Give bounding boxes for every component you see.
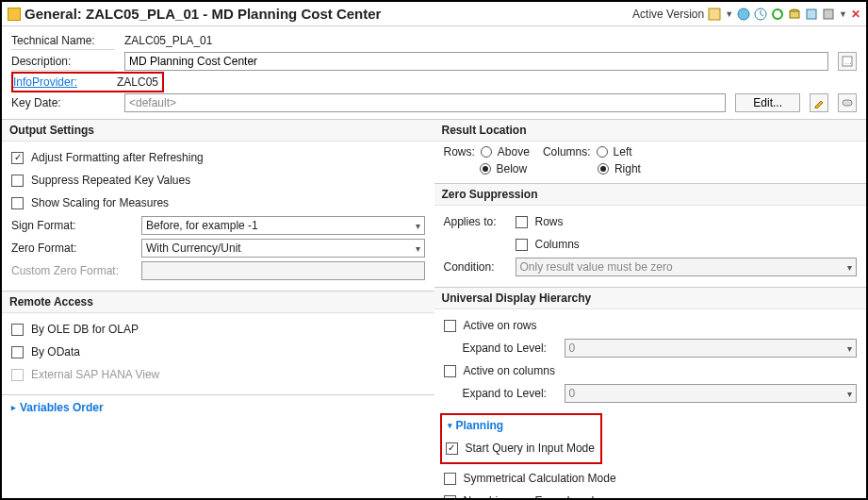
dropdown-icon-2[interactable]: ▼ xyxy=(839,9,847,19)
active-cols-label: Active on columns xyxy=(464,364,555,377)
page-title: General: ZALC05_PLA_01 - MD Planning Cos… xyxy=(25,6,381,22)
adjust-formatting-checkbox[interactable] xyxy=(11,152,24,164)
db-icon[interactable] xyxy=(788,8,801,21)
oledb-checkbox[interactable] xyxy=(11,324,24,336)
variables-order-toggle[interactable]: ▸ Variables Order xyxy=(2,394,434,420)
chevron-right-icon: ▸ xyxy=(11,403,16,412)
udh-title: Universal Display Hierarchy xyxy=(434,288,867,309)
toggle-icon[interactable] xyxy=(838,93,857,112)
cols-left-radio[interactable] xyxy=(597,146,608,158)
condition-label: Condition: xyxy=(444,260,508,274)
settings-icon[interactable] xyxy=(805,8,818,21)
applies-rows-checkbox[interactable] xyxy=(516,216,528,228)
zero-format-select[interactable]: With Currency/Unit▾ xyxy=(141,239,425,258)
hana-checkbox xyxy=(11,369,24,381)
technical-name-label: Technical Name: xyxy=(11,32,115,50)
chevron-down-icon: ▾ xyxy=(847,389,852,399)
edit-button[interactable]: Edit... xyxy=(735,93,800,112)
header: General: ZALC05_PLA_01 - MD Planning Cos… xyxy=(2,2,866,26)
rows-below-radio[interactable] xyxy=(480,163,491,175)
active-version-label: Active Version xyxy=(632,8,704,21)
custom-zero-label: Custom Zero Format: xyxy=(11,264,134,277)
applies-rows-label: Rows xyxy=(535,215,564,228)
new-lines-label: New Lines on Every Level xyxy=(464,494,595,500)
description-input[interactable] xyxy=(124,52,828,71)
show-scaling-checkbox[interactable] xyxy=(11,197,24,209)
keydate-label: Key Date: xyxy=(11,94,115,111)
show-scaling-label: Show Scaling for Measures xyxy=(31,196,169,209)
tools-icon[interactable] xyxy=(822,8,835,21)
clock-icon[interactable] xyxy=(754,8,767,21)
new-lines-checkbox[interactable] xyxy=(444,495,456,501)
oledb-label: By OLE DB for OLAP xyxy=(31,323,139,336)
active-rows-label: Active on rows xyxy=(464,319,537,332)
expand-rows-label: Expand to Level: xyxy=(463,342,557,355)
applies-cols-label: Columns xyxy=(535,238,580,251)
sign-format-label: Sign Format: xyxy=(11,219,134,232)
planning-toggle[interactable]: ▾ Planning xyxy=(446,415,595,436)
expand-cols-select: 0▾ xyxy=(565,384,858,403)
close-icon[interactable]: ✕ xyxy=(851,8,860,21)
cols-label: Columns: xyxy=(543,145,591,158)
odata-checkbox[interactable] xyxy=(11,346,24,358)
result-location-title: Result Location xyxy=(434,120,867,142)
expand-cols-label: Expand to Level: xyxy=(463,387,557,400)
active-cols-checkbox[interactable] xyxy=(444,365,456,377)
applies-to-label: Applies to: xyxy=(444,215,508,228)
suppress-repeated-checkbox[interactable] xyxy=(11,175,24,187)
infoprovider-value: ZALC05 xyxy=(117,74,158,91)
chevron-down-icon: ▾ xyxy=(448,421,452,430)
description-label: Description: xyxy=(11,53,115,71)
zero-format-label: Zero Format: xyxy=(11,242,134,255)
svg-text:…: … xyxy=(844,58,852,66)
rows-above-radio[interactable] xyxy=(481,146,492,158)
chevron-down-icon: ▾ xyxy=(416,243,420,254)
adjust-formatting-label: Adjust Formatting after Refreshing xyxy=(31,151,204,164)
svg-point-1 xyxy=(738,8,749,20)
globe-icon[interactable] xyxy=(737,8,750,21)
applies-cols-checkbox[interactable] xyxy=(516,239,528,251)
hana-label: External SAP HANA View xyxy=(31,368,159,381)
svg-rect-7 xyxy=(824,9,833,19)
start-input-mode-checkbox[interactable] xyxy=(446,442,458,455)
description-help-icon[interactable]: … xyxy=(838,52,857,71)
custom-zero-input xyxy=(141,261,425,280)
pencil-icon[interactable] xyxy=(810,93,828,112)
cols-right-radio[interactable] xyxy=(598,163,609,175)
chevron-down-icon: ▾ xyxy=(416,221,420,231)
svg-rect-5 xyxy=(790,11,799,18)
technical-name-value: ZALC05_PLA_01 xyxy=(124,32,212,49)
sym-calc-checkbox[interactable] xyxy=(444,473,456,485)
zero-suppression-title: Zero Suppression xyxy=(434,184,867,206)
remote-access-title: Remote Access xyxy=(2,292,434,313)
above-label: Above xyxy=(498,145,530,158)
active-rows-checkbox[interactable] xyxy=(444,320,456,332)
below-label: Below xyxy=(497,162,528,175)
infoprovider-link[interactable]: InfoProvider: xyxy=(13,75,77,89)
refresh-icon[interactable] xyxy=(771,8,784,21)
svg-rect-10 xyxy=(843,100,852,106)
output-settings-title: Output Settings xyxy=(2,120,434,142)
keydate-input[interactable] xyxy=(124,93,726,112)
sign-format-select[interactable]: Before, for example -1▾ xyxy=(141,216,425,235)
chevron-down-icon: ▾ xyxy=(847,262,852,273)
save-icon[interactable] xyxy=(708,8,721,21)
chevron-down-icon: ▾ xyxy=(847,343,852,354)
suppress-repeated-label: Suppress Repeated Key Values xyxy=(31,174,190,187)
condition-select: Only result value must be zero▾ xyxy=(516,258,858,276)
svg-rect-0 xyxy=(709,8,720,20)
odata-label: By OData xyxy=(31,345,80,358)
rows-label: Rows: xyxy=(444,145,475,158)
query-icon xyxy=(8,8,21,21)
left-label: Left xyxy=(614,145,632,158)
dropdown-icon[interactable]: ▼ xyxy=(725,9,733,19)
right-label: Right xyxy=(614,162,641,175)
sym-calc-label: Symmetrical Calculation Mode xyxy=(464,472,616,485)
expand-rows-select: 0▾ xyxy=(565,339,858,358)
svg-rect-6 xyxy=(807,9,816,19)
start-input-mode-label: Start Query in Input Mode xyxy=(466,442,595,455)
